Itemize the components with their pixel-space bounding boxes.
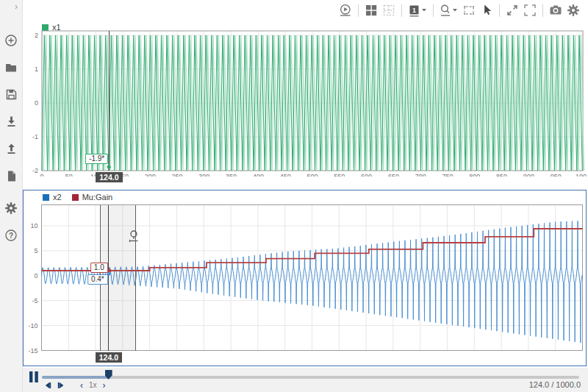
export-button[interactable] xyxy=(0,135,22,163)
svg-text:350: 350 xyxy=(226,353,237,354)
time-cursor-badge[interactable]: 124.0 xyxy=(96,172,122,182)
data-cursors-icon: 1 xyxy=(408,4,421,17)
chevron-right-icon: › xyxy=(15,1,18,12)
svg-text:800: 800 xyxy=(469,173,480,177)
add-signal-button[interactable] xyxy=(0,26,22,54)
toolbar-divider xyxy=(401,4,402,17)
playback-transport-bar: ‹ 1x › 124.0 / 1000.0 xyxy=(23,368,588,392)
svg-text:-2: -2 xyxy=(32,167,38,174)
folder-open-icon xyxy=(4,61,18,74)
svg-text:450: 450 xyxy=(279,353,290,354)
cursor-value-label-x1: -1.9* xyxy=(85,154,108,164)
time-display: 124.0 / 1000.0 xyxy=(529,380,581,389)
time-cursor-badge[interactable]: 124.0 xyxy=(96,352,122,363)
svg-text:2: 2 xyxy=(35,32,38,39)
time-cursor-line[interactable] xyxy=(108,205,109,351)
toolbar-divider xyxy=(433,4,434,17)
playback-speed-label: 1x xyxy=(89,381,97,389)
playback-circle-icon xyxy=(339,4,352,17)
svg-text:1000: 1000 xyxy=(576,173,587,177)
export-upload-icon xyxy=(5,143,18,155)
playback-controls-button[interactable] xyxy=(337,1,354,19)
svg-text:300: 300 xyxy=(198,353,209,354)
import-button[interactable] xyxy=(0,108,22,135)
speed-down-button[interactable]: ‹ xyxy=(79,382,85,389)
pointer-tool-button[interactable] xyxy=(478,1,495,19)
preferences-button[interactable] xyxy=(0,194,22,221)
pause-button[interactable] xyxy=(27,371,40,384)
fit-to-view-icon xyxy=(462,4,476,17)
svg-text:950: 950 xyxy=(550,353,561,354)
svg-text:500: 500 xyxy=(306,173,318,177)
svg-text:650: 650 xyxy=(387,353,398,354)
cursor-value-label-x2: 0.4* xyxy=(87,274,108,285)
svg-text:0: 0 xyxy=(35,99,38,107)
step-back-button[interactable] xyxy=(42,382,53,389)
svg-text:1: 1 xyxy=(412,7,416,14)
snapshot-button[interactable] xyxy=(547,1,564,19)
svg-text:850: 850 xyxy=(496,173,507,177)
fullscreen-button[interactable] xyxy=(521,1,539,19)
toolbar-divider xyxy=(542,4,543,17)
data-cursors-button[interactable]: 1 xyxy=(406,1,429,19)
svg-text:200: 200 xyxy=(144,353,155,354)
svg-text:350: 350 xyxy=(226,173,237,177)
svg-text:0: 0 xyxy=(40,173,43,177)
svg-text:750: 750 xyxy=(442,173,453,177)
svg-text:800: 800 xyxy=(469,353,480,354)
step-back-icon xyxy=(43,382,51,389)
subplot-layout-custom-button[interactable] xyxy=(380,1,398,19)
plot-settings-button[interactable] xyxy=(564,1,582,19)
step-forward-button[interactable] xyxy=(56,382,67,389)
svg-text:-1: -1 xyxy=(32,133,38,140)
settings-gear-icon xyxy=(4,202,18,215)
playback-slider-track[interactable] xyxy=(42,376,579,379)
chevron-down-icon xyxy=(452,8,458,13)
svg-text:850: 850 xyxy=(496,353,507,354)
svg-text:300: 300 xyxy=(198,173,209,177)
layout-grid-dashed-icon xyxy=(382,4,395,17)
svg-text:-10: -10 xyxy=(28,322,37,329)
svg-text:-15: -15 xyxy=(28,347,37,354)
subplot-layout-button[interactable] xyxy=(362,1,380,19)
svg-text:50: 50 xyxy=(65,353,72,354)
pause-icon xyxy=(29,371,39,383)
plot-panel-x2[interactable]: x2Mu:Gain 050100150200250300350400450500… xyxy=(23,190,587,366)
svg-text:200: 200 xyxy=(145,173,156,177)
time-cursor-line[interactable] xyxy=(109,31,110,171)
open-button[interactable] xyxy=(0,54,22,81)
help-button[interactable]: ? xyxy=(0,221,22,249)
plot-panel-x1[interactable]: x1 0501001502002503003504004505005506006… xyxy=(23,21,587,187)
save-icon xyxy=(5,88,18,101)
new-document-button[interactable] xyxy=(0,163,22,190)
toolbar-divider xyxy=(499,4,500,17)
zoom-icon xyxy=(440,4,452,17)
layout-grid-icon xyxy=(365,4,378,17)
svg-text:5: 5 xyxy=(34,247,37,254)
cursor-value-label-gain: 1.0 xyxy=(90,263,108,273)
add-circle-icon xyxy=(4,34,18,47)
fit-to-view-button[interactable] xyxy=(460,1,478,19)
save-button[interactable] xyxy=(0,81,22,108)
svg-text:0: 0 xyxy=(34,272,37,279)
speed-up-button[interactable]: › xyxy=(101,382,107,389)
svg-text:550: 550 xyxy=(334,173,345,177)
plot-toolbar: 1 xyxy=(23,0,588,21)
expand-plot-button[interactable] xyxy=(503,1,521,19)
camera-icon xyxy=(549,4,562,17)
svg-text:400: 400 xyxy=(253,173,264,177)
svg-text:-5: -5 xyxy=(32,297,37,304)
playback-slider-fill xyxy=(42,376,109,379)
svg-text:900: 900 xyxy=(523,173,534,177)
svg-text:900: 900 xyxy=(523,353,534,354)
cursor-marker-x2 xyxy=(107,272,110,276)
svg-text:?: ? xyxy=(9,231,13,239)
sidebar-expand-button[interactable]: › xyxy=(0,0,22,13)
zoom-tool-button[interactable] xyxy=(437,1,460,19)
plot-area-x1[interactable]: 0501001502002503003504004505005506006507… xyxy=(23,21,587,177)
toolbar-divider xyxy=(358,4,359,17)
svg-text:450: 450 xyxy=(280,173,291,177)
svg-text:700: 700 xyxy=(415,353,426,354)
fullscreen-brackets-icon xyxy=(523,4,537,17)
help-icon: ? xyxy=(4,229,18,242)
